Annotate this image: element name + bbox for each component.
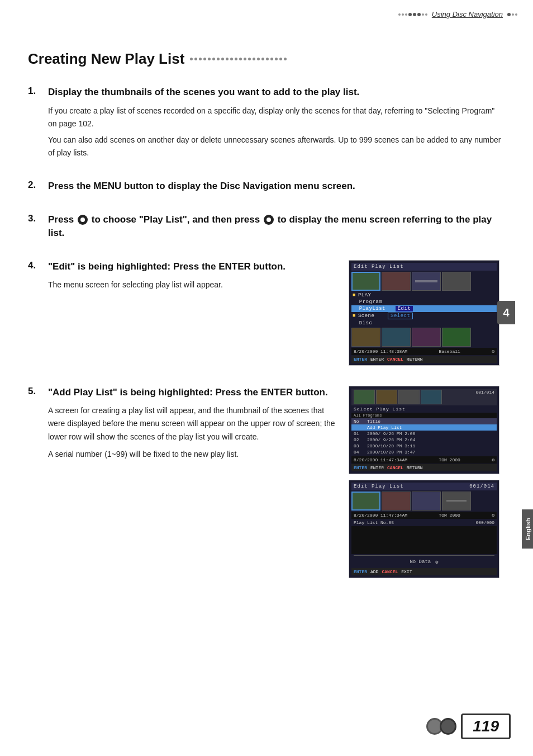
screen5b-enterbar: ENTER ADD CANCEL EXIT (351, 568, 497, 575)
screen5a-table-header: No Title (351, 418, 497, 424)
footer-circles (426, 718, 456, 735)
thumb5b-3 (412, 492, 441, 511)
screen5a-row-1: 01 2000/ 9/26 PM 2:00 (351, 431, 497, 437)
screen4-disc-row: Disc (351, 320, 497, 327)
screen5a-header: 001/014 (351, 389, 497, 405)
screen5a-title: Select Play List (351, 405, 497, 413)
screen-mockup-5a: 001/014 Select Play List All Programs No… (349, 386, 499, 474)
thumb-1 (351, 272, 380, 291)
screen5a-cancel-btn: CANCEL (387, 465, 403, 470)
screen5b-playlist-info: Play List No.05 000/000 (351, 519, 497, 526)
step-5-title: "Add Play List" is being highlighted: Pr… (48, 386, 328, 399)
screen5a-allprograms: All Programs (351, 413, 497, 418)
step-1-header: 1. Display the thumbnails of the scenes … (28, 86, 505, 99)
screen4-enter-text: ENTER (370, 357, 384, 362)
step-5-header: 5. "Add Play List" is being highlighted:… (28, 386, 337, 399)
step-5: 5. "Add Play List" is being highlighted:… (28, 386, 505, 578)
screen5b-nodata: No Data ⚙ (351, 557, 497, 568)
thumb-4 (442, 272, 471, 291)
screen5a-enter-text: ENTER (370, 465, 384, 470)
step-1-body-line-2: You can also add scenes on another day o… (48, 134, 505, 159)
step-1: 1. Display the thumbnails of the scenes … (28, 86, 505, 159)
thumb-b3 (412, 328, 441, 347)
step-3-title: Press to choose "Play List", and then pr… (48, 213, 505, 240)
step-1-body-line-1: If you create a play list of scenes reco… (48, 105, 505, 130)
step-1-body: If you create a play list of scenes reco… (48, 105, 505, 159)
circle-icon-2 (264, 215, 274, 225)
screen4-program-row: Program (351, 299, 497, 305)
circle-icon-1 (78, 215, 88, 225)
add-spacer (354, 425, 363, 430)
page-heading: Creating New Play List (28, 50, 505, 68)
screen5a-count: 001/014 (475, 390, 494, 395)
step-1-title: Display the thumbnails of the scenes you… (48, 86, 359, 99)
col-title: Title (367, 419, 380, 424)
step-4-header: 4. "Edit" is being highlighted: Press th… (28, 260, 337, 273)
thumb-b1 (351, 328, 380, 347)
main-content: Creating New Play List 1. Display the th… (0, 0, 533, 632)
screen5b-enter-btn: ENTER (354, 569, 367, 574)
screen5a-row-4: 04 2000/10/20 PM 3:47 (351, 449, 497, 455)
step-3-middle: to choose "Play List", and then press (89, 214, 263, 225)
step-5-text: 5. "Add Play List" is being highlighted:… (28, 386, 337, 461)
screen5a-row-3: 03 2000/10/20 PM 3:11 (351, 443, 497, 449)
step-3-number: 3. (28, 213, 41, 224)
screen4-cancel-btn: CANCEL (387, 357, 403, 362)
step-5-images: 001/014 Select Play List All Programs No… (349, 386, 505, 578)
header-dots-right (507, 13, 517, 16)
screen4-bottom: 8/20/2000 11:48:38AM Baseball ⚙ (351, 348, 497, 355)
step-4-image: Edit Play List ■ PLAY (349, 260, 505, 366)
step-4-body-line-1: The menu screen for selecting play list … (48, 278, 337, 291)
thumb5b-1 (351, 492, 380, 511)
step-1-number: 1. (28, 86, 41, 97)
step-4-title: "Edit" is being highlighted: Press the E… (48, 260, 285, 273)
screen4-scene-row: ■ Scene Select (351, 312, 497, 320)
thumb5b-4 (442, 492, 471, 511)
step-5-number: 5. (28, 386, 41, 397)
screen5b-top-info: 8/20/2000 11:47:34AM TOM 2000 ⚙ (351, 512, 497, 519)
heading-dots (190, 58, 505, 60)
step-3-header: 3. Press to choose "Play List", and then… (28, 213, 505, 240)
screen5a-label: TOM 2000 (439, 457, 460, 462)
footer-circle-2 (440, 718, 456, 735)
thumb5b-2 (382, 492, 411, 511)
step-2-title: Press the MENU button to display the Dis… (48, 179, 355, 193)
thumb-3 (412, 272, 441, 291)
screen4-enter-btn: ENTER (354, 357, 367, 362)
screen-mockup-5b: Edit Play List 001/014 (349, 480, 499, 578)
screen5a-enter-btn: ENTER (354, 465, 367, 470)
screen4-thumbs-top (351, 272, 497, 291)
screen4-label: Baseball (439, 349, 460, 354)
step-5-body-line-2: A serial number (1~99) will be fixed to … (48, 448, 337, 461)
screen4-cancel-text: RETURN (407, 357, 423, 362)
step-3-prefix: Press (48, 214, 77, 225)
screen4-time: 8/20/2000 11:48:38AM (354, 349, 407, 354)
step-4-number: 4. (28, 260, 41, 271)
step-2-number: 2. (28, 179, 41, 191)
screen5b-cancel-btn: CANCEL (382, 569, 398, 574)
step-3: 3. Press to choose "Play List", and then… (28, 213, 505, 240)
screen5a-row-2: 02 2000/ 9/26 PM 2:04 (351, 437, 497, 443)
thumb-b4 (442, 328, 471, 347)
step-4-body: The menu screen for selecting play list … (48, 278, 337, 291)
thumb-b2 (382, 328, 411, 347)
col-no: No (354, 419, 363, 424)
page-title: Creating New Play List (28, 50, 184, 68)
header-area: Using Disc Navigation (398, 10, 517, 18)
step-2: 2. Press the MENU button to display the … (28, 179, 505, 193)
screen5b-separator (354, 555, 494, 556)
screen4-icon: ⚙ (492, 349, 494, 354)
screen5a-add-row: Add Play List (351, 424, 497, 431)
step-5-body-line-1: A screen for creating a play list will a… (48, 404, 337, 443)
screen4-playlist-row: PlayList Edit (351, 305, 497, 312)
page-footer: 119 (426, 714, 511, 739)
step-4: 4. "Edit" is being highlighted: Press th… (28, 260, 505, 366)
screen5b-enter-text: ADD (370, 569, 378, 574)
screen5b-empty (351, 526, 497, 554)
screen5a-time: 8/20/2000 11:47:34AM (354, 457, 407, 462)
header-dots (398, 13, 427, 16)
screen4-play-row: ■ PLAY (351, 292, 497, 299)
screen-mockup-4: Edit Play List ■ PLAY (349, 260, 499, 366)
screen5b-thumbs-top (351, 492, 497, 511)
screen5b-title-bar: Edit Play List 001/014 (351, 483, 497, 490)
